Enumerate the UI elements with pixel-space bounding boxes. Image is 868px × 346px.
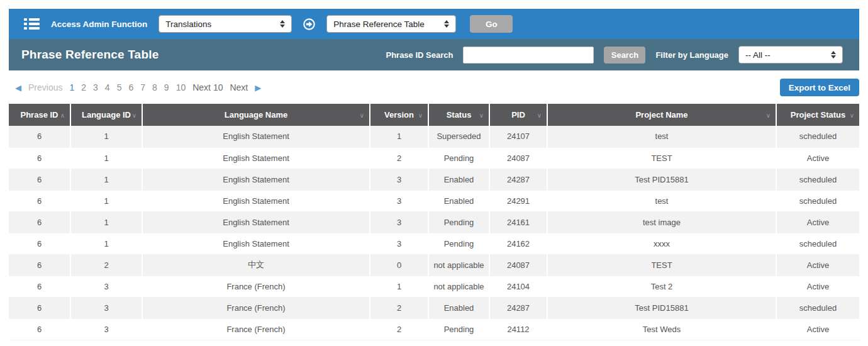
table-cell: English Statement	[142, 147, 370, 169]
table-row[interactable]: 63France (French)2Enabled24287Test PID15…	[9, 297, 859, 318]
table-cell: 1	[70, 190, 142, 211]
sort-asc-icon: ∧	[60, 111, 65, 118]
table-cell: 2	[370, 318, 428, 340]
table-cell: scheduled	[776, 233, 859, 254]
page-link-5[interactable]: 5	[117, 82, 122, 92]
page-link-9[interactable]: 9	[164, 82, 169, 92]
column-header-version[interactable]: Version∨	[370, 104, 428, 126]
table-cell: test	[547, 126, 776, 147]
table-cell: 6	[9, 297, 70, 318]
previous-arrow-icon[interactable]: ◀	[15, 83, 21, 92]
sort-desc-icon: ∨	[537, 111, 542, 118]
language-filter-select[interactable]: -- All --	[738, 46, 843, 64]
table-cell: 6	[9, 126, 70, 147]
table-header-row: Phrase ID∧Language ID∨Language Name∨Vers…	[9, 104, 859, 126]
table-cell: scheduled	[776, 169, 859, 190]
table-cell: Enabled	[428, 297, 489, 318]
next-10-link[interactable]: Next 10	[192, 82, 223, 92]
table-row[interactable]: 61English Statement2Pending24087TESTActi…	[9, 147, 859, 169]
column-header-language-name[interactable]: Language Name∨	[142, 104, 370, 126]
table-row[interactable]: 62中文0not applicable24087TESTActive	[9, 254, 859, 276]
phrase-id-search-input[interactable]	[463, 47, 594, 64]
sort-desc-icon: ∨	[479, 111, 484, 118]
table-cell: 2	[370, 297, 428, 318]
page-link-1[interactable]: 1	[69, 82, 74, 92]
page-link-2[interactable]: 2	[81, 82, 86, 92]
table-cell: Active	[776, 147, 859, 169]
table-cell: 6	[9, 318, 70, 340]
table-cell: Test Weds	[547, 318, 776, 340]
sort-desc-icon: ∨	[360, 111, 364, 118]
go-button[interactable]: Go	[470, 15, 513, 33]
admin-bar: Access Admin Function Translations Phras…	[9, 9, 859, 39]
table-cell: 1	[370, 126, 428, 147]
admin-page-select[interactable]: Phrase Reference Table	[326, 15, 456, 33]
table-cell: 6	[9, 147, 70, 169]
table-cell: English Statement	[142, 190, 370, 211]
table-cell: 2	[70, 254, 142, 276]
admin-page-select-value: Phrase Reference Table	[333, 20, 435, 29]
next-link[interactable]: Next	[230, 82, 248, 92]
table-cell: 1	[70, 169, 142, 190]
export-to-excel-button[interactable]: Export to Excel	[780, 79, 859, 96]
table-cell: Pending	[428, 318, 489, 340]
page-link-8[interactable]: 8	[152, 82, 157, 92]
table-cell: Active	[776, 254, 859, 276]
table-row[interactable]: 61English Statement3Enabled24287Test PID…	[9, 169, 859, 190]
table-row[interactable]: 61English Statement3Pending24162xxxxsche…	[9, 233, 859, 254]
table-cell: 3	[70, 297, 142, 318]
table-cell: scheduled	[776, 297, 859, 318]
table-row[interactable]: 63France (French)1not applicable24104Tes…	[9, 276, 859, 297]
next-arrow-icon[interactable]: ▶	[255, 83, 261, 92]
table-cell: 24287	[489, 297, 547, 318]
column-header-project-status[interactable]: Project Status∨	[776, 104, 859, 126]
search-button[interactable]: Search	[604, 47, 645, 64]
table-cell: 6	[9, 276, 70, 297]
table-cell: Enabled	[428, 190, 489, 211]
table-row[interactable]: 63France (French)2Pending24112Test WedsA…	[9, 318, 859, 340]
page-link-7[interactable]: 7	[140, 82, 145, 92]
table-cell: France (French)	[142, 297, 370, 318]
column-header-status[interactable]: Status∨	[428, 104, 489, 126]
sort-desc-icon: ∨	[132, 111, 136, 118]
table-cell: France (French)	[142, 318, 370, 340]
table-cell: Enabled	[428, 169, 489, 190]
table-cell: 24087	[489, 254, 547, 276]
page-link-3[interactable]: 3	[93, 82, 98, 92]
pagination-pages: 12345678910	[69, 82, 186, 92]
table-cell: 3	[370, 190, 428, 211]
table-row[interactable]: 61English Statement3Pending24161test ima…	[9, 211, 859, 233]
table-cell: 24112	[489, 318, 547, 340]
page-link-10[interactable]: 10	[176, 82, 186, 92]
list-icon	[24, 18, 40, 30]
toolbar: ◀ Previous 12345678910 Next 10 Next ▶ Ex…	[9, 79, 859, 96]
table-cell: 中文	[142, 254, 370, 276]
table-row[interactable]: 61English Statement3Enabled24291testsche…	[9, 190, 859, 211]
column-header-pid[interactable]: PID∨	[489, 104, 547, 126]
table-cell: TEST	[547, 254, 776, 276]
previous-link[interactable]: Previous	[28, 82, 62, 92]
table-cell: Pending	[428, 233, 489, 254]
table-cell: xxxx	[547, 233, 776, 254]
table-cell: 24291	[489, 190, 547, 211]
table-cell: 6	[9, 233, 70, 254]
page-link-4[interactable]: 4	[105, 82, 110, 92]
table-cell: 24087	[489, 147, 547, 169]
page-link-6[interactable]: 6	[128, 82, 133, 92]
column-header-label: Language Name	[225, 110, 287, 120]
select-arrows-icon	[280, 20, 285, 28]
column-header-label: Version	[384, 110, 414, 120]
table-row[interactable]: 61English Statement1Superseded24107tests…	[9, 126, 859, 147]
column-header-project-name[interactable]: Project Name∨	[547, 104, 776, 126]
table-cell: 1	[70, 211, 142, 233]
table-cell: 24161	[489, 211, 547, 233]
table-cell: 3	[70, 276, 142, 297]
language-filter-select-value: -- All --	[745, 50, 822, 60]
select-arrows-icon	[444, 20, 449, 28]
table-cell: 3	[370, 211, 428, 233]
admin-category-select[interactable]: Translations	[159, 15, 292, 33]
table-cell: not applicable	[428, 254, 489, 276]
column-header-phrase-id[interactable]: Phrase ID∧	[9, 104, 70, 126]
column-header-language-id[interactable]: Language ID∨	[70, 104, 142, 126]
table-cell: 6	[9, 169, 70, 190]
